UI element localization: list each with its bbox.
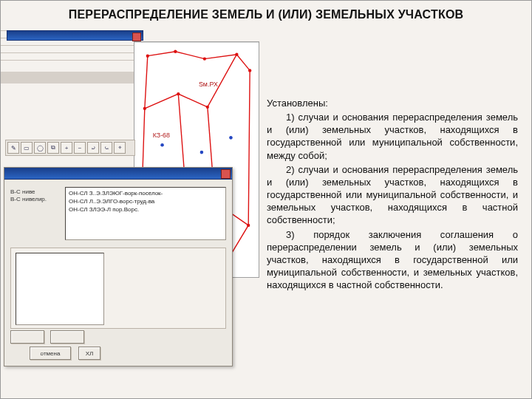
tool-icon[interactable]: ⌖ bbox=[114, 142, 126, 154]
list-item[interactable]: ОН-СЛ Л..Э.ЭЛГО-ворс-труд-ва bbox=[69, 198, 222, 206]
svg-point-6 bbox=[247, 224, 250, 227]
slide-title: ПЕРЕРАСПРЕДЕЛЕНИЕ ЗЕМЕЛЬ И (ИЛИ) ЗЕМЕЛЬН… bbox=[1, 8, 531, 21]
field-label: В-С ниве bbox=[10, 188, 59, 196]
field-label: В-С нивелир. bbox=[10, 196, 59, 203]
tool-icon[interactable]: ⧉ bbox=[47, 142, 59, 154]
svg-point-2 bbox=[174, 50, 177, 53]
tool-icon[interactable]: ✎ bbox=[7, 142, 19, 154]
preview-canvas bbox=[16, 253, 104, 325]
svg-point-5 bbox=[248, 69, 251, 72]
svg-point-19 bbox=[200, 151, 204, 154]
svg-point-18 bbox=[160, 143, 164, 147]
text-intro: Установлены: bbox=[267, 97, 518, 109]
window-titlebar bbox=[7, 30, 143, 41]
svg-point-11 bbox=[143, 107, 146, 110]
svg-point-4 bbox=[235, 53, 238, 56]
svg-point-3 bbox=[203, 57, 206, 60]
dialog-button[interactable] bbox=[10, 330, 44, 344]
text-item-3: 3) порядок заключения соглашения о перер… bbox=[267, 228, 518, 292]
dialog-subpanel bbox=[10, 248, 226, 329]
decorative-band bbox=[1, 72, 141, 83]
text-item-1: 1) случаи и основания перераспределения … bbox=[267, 111, 518, 162]
svg-point-20 bbox=[229, 136, 233, 140]
cancel-button[interactable]: отмена bbox=[30, 347, 71, 360]
dialog-titlebar bbox=[4, 168, 232, 180]
dialog-window: В-С ниве В-С нивелир. ОН-СЛ З..Э.ЗЛЭЮГ-в… bbox=[4, 167, 233, 366]
toolbar: ✎ ▭ ◯ ⧉ + − ⤾ ⤿ ⌖ bbox=[5, 140, 135, 156]
parcel-label-left: КЗ-68 bbox=[153, 132, 170, 139]
tool-icon[interactable]: ▭ bbox=[21, 142, 33, 154]
tool-icon[interactable]: − bbox=[74, 142, 86, 154]
value-button[interactable]: ХЛ bbox=[78, 347, 100, 360]
tool-icon[interactable]: ⤿ bbox=[100, 142, 112, 154]
svg-point-13 bbox=[206, 106, 209, 109]
svg-point-12 bbox=[177, 92, 180, 95]
dialog-button[interactable] bbox=[50, 330, 84, 344]
text-item-2: 2) случаи и основания перераспределения … bbox=[267, 163, 518, 227]
tool-icon[interactable]: + bbox=[61, 142, 72, 154]
list-item[interactable]: ОН-СЛ З..Э.ЗЛЭЮГ-ворк-поселок- bbox=[69, 190, 222, 198]
tool-icon[interactable]: ⤾ bbox=[87, 142, 99, 154]
parcel-label-right: Sм.РХ bbox=[199, 81, 218, 88]
svg-point-1 bbox=[146, 54, 149, 57]
text-column: Установлены: 1) случаи и основания перер… bbox=[267, 97, 518, 293]
tool-icon[interactable]: ◯ bbox=[34, 142, 46, 154]
list-item[interactable]: ОН-СЛ ЗЛЭЭ-Л пор.Ворс. bbox=[69, 206, 222, 214]
dialog-listbox[interactable]: ОН-СЛ З..Э.ЗЛЭЮГ-ворк-поселок- ОН-СЛ Л..… bbox=[65, 187, 226, 240]
dialog-labels: В-С ниве В-С нивелир. bbox=[10, 188, 59, 204]
